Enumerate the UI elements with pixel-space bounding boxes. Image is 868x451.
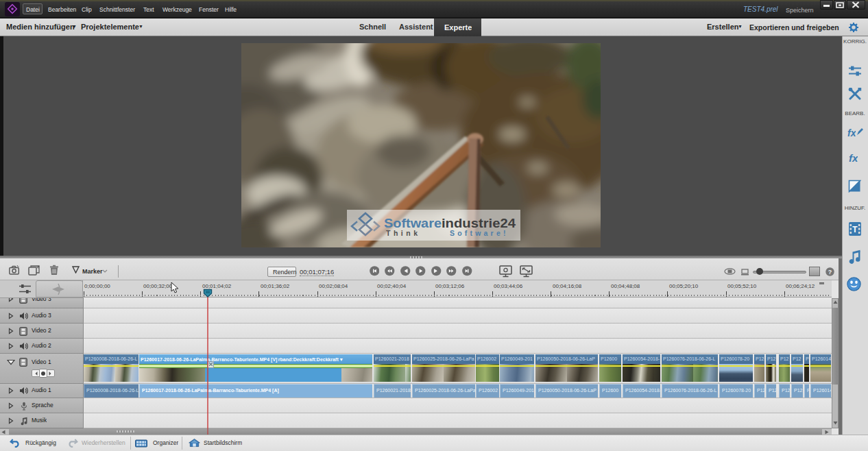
svg-text:industrie24: industrie24 xyxy=(442,217,516,230)
svg-text:Think: Think xyxy=(386,229,421,237)
svg-text:?: ? xyxy=(828,269,832,276)
svg-text:T: T xyxy=(852,225,858,234)
svg-text:Software: Software xyxy=(384,217,442,230)
svg-text:Software!: Software! xyxy=(450,229,509,237)
